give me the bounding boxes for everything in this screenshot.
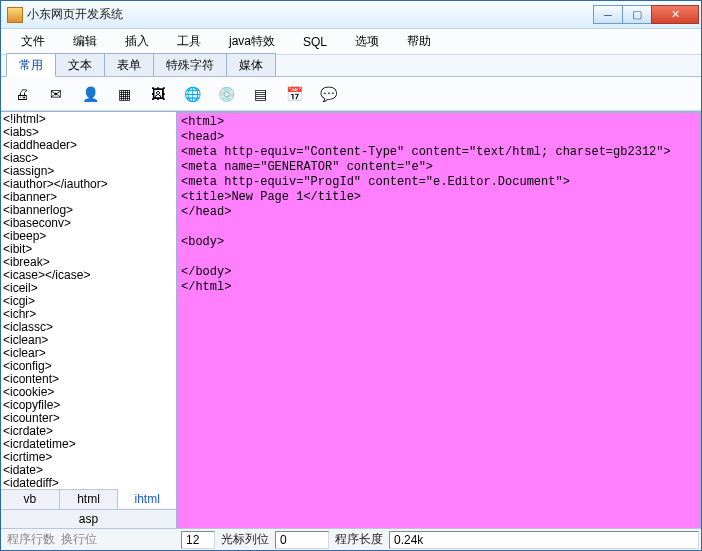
menu-插入[interactable]: 插入 [111, 29, 163, 54]
tab-媒体[interactable]: 媒体 [226, 53, 276, 76]
minimize-button[interactable]: ─ [593, 5, 623, 24]
menu-帮助[interactable]: 帮助 [393, 29, 445, 54]
menu-文件[interactable]: 文件 [7, 29, 59, 54]
menu-工具[interactable]: 工具 [163, 29, 215, 54]
titlebar[interactable]: 小东网页开发系统 ─ ▢ ✕ [1, 1, 701, 29]
app-icon [7, 7, 23, 23]
category-tabs: 常用文本表单特殊字符媒体 [1, 55, 701, 77]
app-window: 小东网页开发系统 ─ ▢ ✕ 文件编辑插入工具java特效SQL选项帮助 常用文… [0, 0, 702, 551]
status-col-label: 光标列位 [217, 531, 273, 548]
status-col-value: 0 [275, 531, 329, 549]
tab-表单[interactable]: 表单 [104, 53, 154, 76]
disc-icon[interactable]: 💿 [215, 83, 237, 105]
menu-选项[interactable]: 选项 [341, 29, 393, 54]
tab-特殊字符[interactable]: 特殊字符 [153, 53, 227, 76]
left-panel: <!ihtml><iabs><iaddheader><iasc><iassign… [1, 112, 177, 528]
person-icon[interactable]: 👤 [79, 83, 101, 105]
maximize-button[interactable]: ▢ [622, 5, 652, 24]
lang-tab-html[interactable]: html [60, 490, 119, 509]
table-icon[interactable]: ▤ [249, 83, 271, 105]
print-icon[interactable]: 🖨 [11, 83, 33, 105]
calendar-icon[interactable]: 📅 [283, 83, 305, 105]
menu-SQL[interactable]: SQL [289, 31, 341, 53]
status-wrap-label: 换行位 [61, 531, 97, 548]
statusbar: 程序行数 换行位 12 光标列位 0 程序长度 0.24k [1, 528, 701, 550]
status-line-value: 12 [181, 531, 215, 549]
menu-java特效[interactable]: java特效 [215, 29, 289, 54]
tab-文本[interactable]: 文本 [55, 53, 105, 76]
chat-icon[interactable]: 💬 [317, 83, 339, 105]
code-editor[interactable]: <html> <head> <meta http-equiv="Content-… [177, 112, 701, 528]
lang-tab-asp[interactable]: asp [1, 510, 176, 528]
status-len-label: 程序长度 [331, 531, 387, 548]
tab-常用[interactable]: 常用 [6, 53, 56, 77]
image-icon[interactable]: 🖼 [147, 83, 169, 105]
tag-list[interactable]: <!ihtml><iabs><iaddheader><iasc><iassign… [1, 112, 176, 489]
menubar: 文件编辑插入工具java特效SQL选项帮助 [1, 29, 701, 55]
globe-icon[interactable]: 🌐 [181, 83, 203, 105]
lang-tab-vb[interactable]: vb [1, 490, 60, 509]
form-icon[interactable]: ▦ [113, 83, 135, 105]
workspace: <!ihtml><iabs><iaddheader><iasc><iassign… [1, 111, 701, 528]
list-item[interactable]: <idatediff> [3, 477, 174, 489]
mail-icon[interactable]: ✉ [45, 83, 67, 105]
status-lines-label: 程序行数 [7, 531, 55, 548]
toolbar: 🖨✉👤▦🖼🌐💿▤📅💬 [1, 77, 701, 111]
lang-tab-ihtml[interactable]: ihtml [118, 489, 176, 508]
menu-编辑[interactable]: 编辑 [59, 29, 111, 54]
close-button[interactable]: ✕ [651, 5, 699, 24]
status-len-value: 0.24k [389, 531, 699, 549]
window-title: 小东网页开发系统 [27, 6, 594, 23]
language-tabs: vbhtmlihtmlasp [1, 489, 176, 528]
